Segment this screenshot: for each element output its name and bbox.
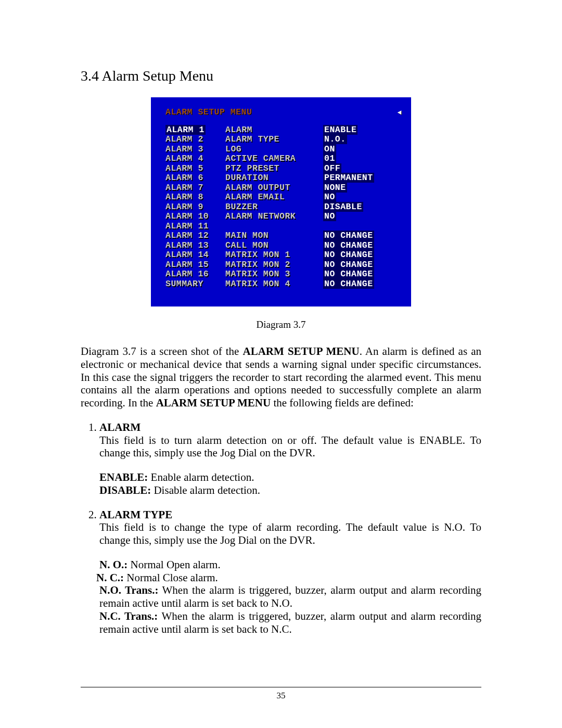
osd-screenshot: ALARM SETUP MENU ◄ ALARM 1ALARMENABLE AL… [151, 97, 411, 306]
osd-field-value[interactable]: DISABLE [323, 202, 363, 212]
osd-table: ALARM 1ALARMENABLE ALARM 2ALARM TYPEN.O.… [165, 125, 374, 289]
osd-field-label: ALARM EMAIL [225, 193, 323, 202]
osd-left-item[interactable]: SUMMARY [165, 279, 225, 289]
osd-field-label: PTZ PRESET [225, 164, 323, 174]
osd-left-item[interactable]: ALARM 1 [165, 125, 206, 135]
osd-field-label: BUZZER [225, 202, 323, 212]
osd-field-label: DURATION [225, 173, 323, 183]
osd-field-value[interactable]: NO CHANGE [323, 240, 374, 250]
intro-paragraph: Diagram 3.7 is a screen shot of the ALAR… [81, 345, 481, 410]
field-title: ALARM TYPE [99, 508, 172, 521]
osd-field-label: LOG [225, 145, 323, 155]
osd-field-value[interactable]: NO CHANGE [323, 250, 374, 260]
osd-field-label: CALL MON [225, 241, 323, 251]
osd-left-item[interactable]: ALARM 6 [165, 173, 225, 183]
osd-field-label: MATRIX MON 4 [225, 279, 323, 289]
osd-field-label: MAIN MON [225, 231, 323, 241]
osd-field-label: ACTIVE CAMERA [225, 154, 323, 164]
osd-left-item[interactable]: ALARM 8 [165, 193, 225, 202]
osd-left-item[interactable]: ALARM 13 [165, 241, 225, 251]
field-body: This field is to change the type of alar… [99, 521, 481, 547]
field-list: ALARM This field is to turn alarm detect… [81, 421, 481, 636]
osd-field-value[interactable]: NO CHANGE [323, 231, 374, 240]
osd-field-value[interactable]: OFF [323, 163, 341, 173]
osd-left-item[interactable]: ALARM 11 [165, 222, 225, 232]
osd-left-item[interactable]: ALARM 2 [165, 135, 225, 145]
osd-left-item[interactable]: ALARM 7 [165, 183, 225, 193]
osd-field-value[interactable]: PERMANENT [323, 173, 374, 183]
osd-title: ALARM SETUP MENU [165, 108, 252, 118]
osd-field-value[interactable]: N.O. [323, 134, 347, 144]
field-title: ALARM [99, 421, 140, 433]
back-arrow-icon[interactable]: ◄ [398, 108, 402, 118]
osd-field-value[interactable]: NO CHANGE [323, 279, 374, 289]
osd-field-label: MATRIX MON 2 [225, 260, 323, 270]
field-body: This field is to turn alarm detection on… [99, 434, 481, 460]
osd-field-label: ALARM OUTPUT [225, 183, 323, 193]
osd-left-item[interactable]: ALARM 12 [165, 231, 225, 241]
list-item: ALARM TYPE This field is to change the t… [99, 508, 481, 636]
osd-left-item[interactable]: ALARM 16 [165, 270, 225, 279]
osd-field-value[interactable]: NO CHANGE [323, 260, 374, 270]
osd-left-item[interactable]: ALARM 10 [165, 212, 225, 222]
footer-rule [81, 687, 481, 687]
osd-left-item[interactable]: ALARM 3 [165, 145, 225, 155]
osd-field-value[interactable]: NO CHANGE [323, 269, 374, 279]
osd-field-value[interactable]: NONE [323, 183, 347, 193]
osd-field-value[interactable]: ON [323, 144, 336, 154]
page-number: 35 [0, 691, 562, 701]
osd-left-item[interactable]: ALARM 15 [165, 260, 225, 270]
osd-field-label: MATRIX MON 3 [225, 270, 323, 279]
osd-field-value[interactable]: NO [323, 211, 336, 221]
osd-field-label: ALARM NETWORK [225, 212, 323, 222]
osd-field-value[interactable]: ENABLE [323, 125, 357, 135]
osd-field-value[interactable]: 01 [323, 154, 336, 163]
osd-field-label: MATRIX MON 1 [225, 250, 323, 260]
section-heading: 3.4 Alarm Setup Menu [81, 68, 481, 84]
list-item: ALARM This field is to turn alarm detect… [99, 421, 481, 497]
osd-left-item[interactable]: ALARM 14 [165, 250, 225, 260]
osd-field-value[interactable]: NO [323, 192, 336, 202]
osd-field-label: ALARM [225, 125, 323, 135]
osd-left-item[interactable]: ALARM 4 [165, 154, 225, 164]
osd-field-label: ALARM TYPE [225, 135, 323, 145]
osd-left-item[interactable]: ALARM 5 [165, 164, 225, 174]
osd-left-item[interactable]: ALARM 9 [165, 202, 225, 212]
figure-caption: Diagram 3.7 [81, 319, 481, 330]
